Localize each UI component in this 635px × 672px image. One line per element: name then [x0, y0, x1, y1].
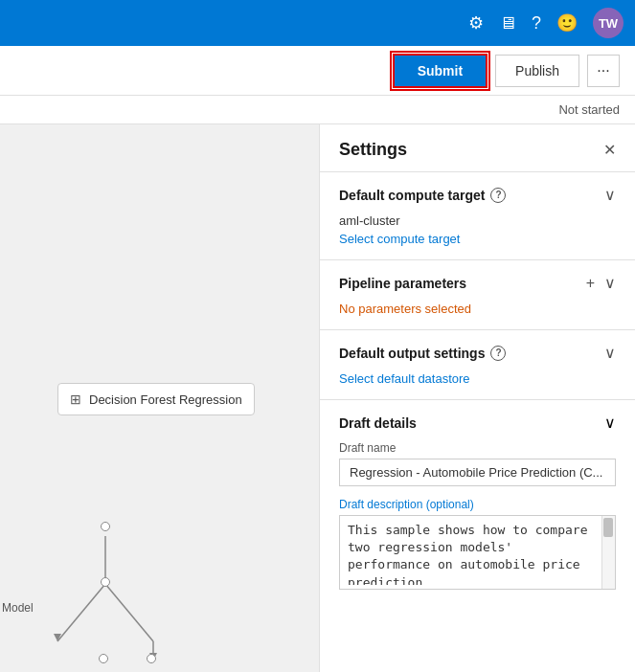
section-params-header[interactable]: Pipeline parameters + ∨ — [339, 274, 616, 292]
top-bar: ⚙ 🖥 ? 🙂 TW — [0, 0, 635, 46]
draft-desc-label: Draft description (optional) — [339, 498, 616, 511]
section-output-header[interactable]: Default output settings ? ∨ — [339, 344, 616, 362]
panel-title: Settings — [339, 140, 407, 160]
settings-icon[interactable]: ⚙ — [468, 12, 484, 34]
params-add-icon[interactable]: + — [586, 275, 595, 292]
panel-header: Settings ✕ — [320, 124, 635, 171]
compute-help-icon[interactable]: ? — [490, 188, 506, 203]
help-icon[interactable]: ? — [532, 13, 541, 34]
close-button[interactable]: ✕ — [603, 141, 616, 159]
section-pipeline-params: Pipeline parameters + ∨ No parameters se… — [320, 259, 635, 329]
df-node[interactable]: ⊞ Decision Forest Regression — [57, 383, 255, 415]
draft-desc-wrapper: This sample shows how to compare two reg… — [339, 515, 616, 590]
no-params-text: No parameters selected — [339, 302, 616, 316]
output-help-icon[interactable]: ? — [490, 346, 506, 361]
more-button[interactable]: ··· — [587, 55, 620, 87]
draft-title: Draft details — [339, 415, 417, 431]
scrollbar-track — [601, 516, 615, 589]
submit-button[interactable]: Submit — [393, 54, 488, 88]
connector-dot-top — [101, 522, 110, 531]
avatar[interactable]: TW — [593, 8, 624, 38]
draft-desc-textarea[interactable]: This sample shows how to compare two reg… — [340, 516, 615, 585]
section-output-title: Default output settings ? — [339, 346, 506, 361]
section-params-title: Pipeline parameters — [339, 276, 466, 291]
compute-controls: ∨ — [604, 186, 616, 204]
status-bar: Not started — [0, 96, 635, 124]
draft-chevron-icon[interactable]: ∨ — [604, 414, 616, 432]
output-chevron-icon[interactable]: ∨ — [604, 344, 616, 362]
section-output-settings: Default output settings ? ∨ Select defau… — [320, 329, 635, 399]
df-node-label: Decision Forest Regression — [89, 392, 242, 407]
draft-section: Draft details ∨ Draft name Draft descrip… — [320, 399, 635, 603]
output-controls: ∨ — [604, 344, 616, 362]
draft-name-input[interactable] — [339, 459, 616, 486]
section-compute-target: Default compute target ? ∨ aml-cluster S… — [320, 171, 635, 259]
canvas-area: ⊞ Decision Forest Regression Model — [0, 124, 319, 672]
connector-dot-bottom — [101, 577, 110, 587]
draft-header: Draft details ∨ — [339, 414, 616, 432]
action-bar: Submit Publish ··· — [0, 46, 635, 96]
select-datastore-link[interactable]: Select default datastore — [339, 371, 616, 386]
status-text: Not started — [558, 102, 620, 117]
compute-chevron-icon[interactable]: ∨ — [604, 186, 616, 204]
section-compute-header[interactable]: Default compute target ? ∨ — [339, 186, 616, 204]
svg-line-1 — [57, 584, 105, 641]
df-node-icon: ⊞ — [70, 392, 81, 407]
params-chevron-icon[interactable]: ∨ — [604, 274, 616, 292]
model-label: Model — [2, 601, 34, 615]
svg-line-2 — [105, 584, 153, 641]
publish-button[interactable]: Publish — [495, 55, 579, 87]
connector-dot-left — [99, 654, 108, 663]
scrollbar-thumb[interactable] — [603, 518, 613, 537]
emoji-icon[interactable]: 🙂 — [556, 12, 578, 34]
screen-icon[interactable]: 🖥 — [499, 13, 516, 34]
section-compute-title: Default compute target ? — [339, 188, 506, 203]
select-compute-link[interactable]: Select compute target — [339, 232, 616, 246]
main-content: ⊞ Decision Forest Regression Model Setti… — [0, 124, 635, 672]
compute-name: aml-cluster — [339, 213, 616, 228]
output-content: Select default datastore — [339, 371, 616, 386]
draft-name-label: Draft name — [339, 441, 616, 455]
settings-panel: Settings ✕ Default compute target ? ∨ am… — [319, 124, 635, 672]
connector-dot-right — [147, 654, 156, 663]
compute-content: aml-cluster Select compute target — [339, 213, 616, 246]
params-content: No parameters selected — [339, 302, 616, 316]
params-controls: + ∨ — [586, 274, 616, 292]
